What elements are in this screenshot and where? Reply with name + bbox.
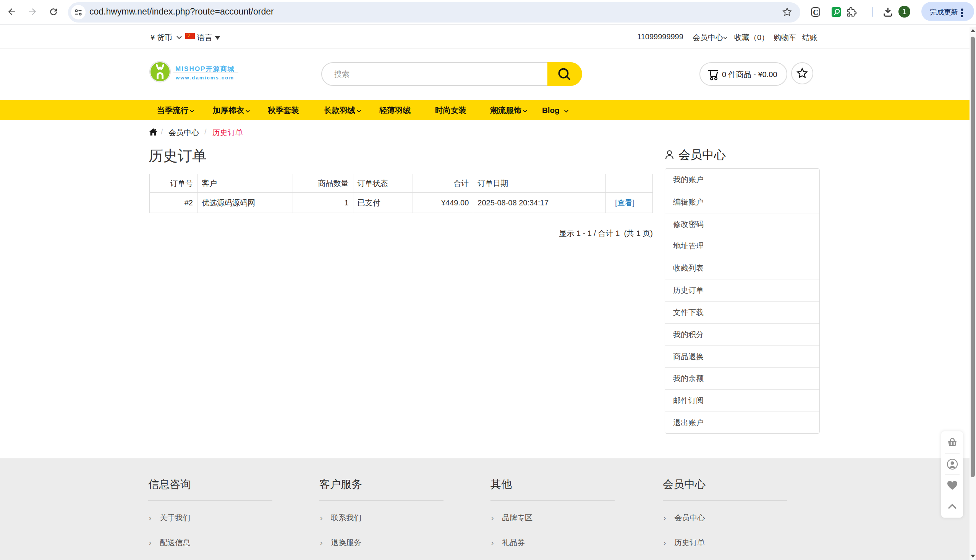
svg-text:C: C (813, 8, 818, 17)
